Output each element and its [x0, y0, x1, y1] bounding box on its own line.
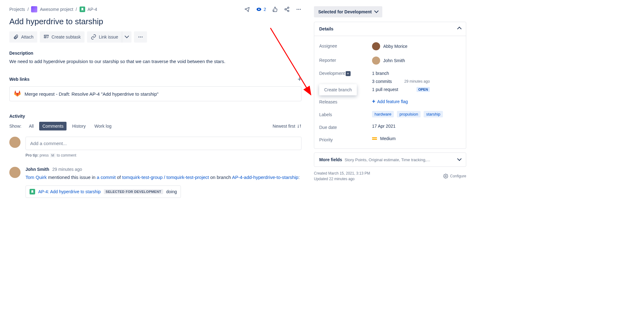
dev-pr-status: OPEN [416, 87, 430, 92]
configure-button[interactable]: Configure [443, 171, 466, 181]
breadcrumb: Projects / Awesome project / AP-4 [9, 6, 97, 12]
comment-author[interactable]: John Smith [25, 167, 49, 172]
watchers-button[interactable]: 2 [256, 7, 266, 12]
comment-time: 29 minutes ago [52, 167, 82, 172]
svg-point-9 [300, 9, 301, 10]
tab-comments[interactable]: Comments [39, 122, 67, 130]
labels-value[interactable]: hardware propulsion starship [372, 111, 461, 117]
toolbar-more-button[interactable] [134, 31, 147, 43]
description-label: Description [9, 51, 301, 56]
reporter-label: Reporter [319, 57, 372, 63]
reference-status: SELECTED FOR DEVELOPMENT [104, 189, 163, 194]
issue-type-story-icon [80, 7, 85, 12]
reporter-value[interactable]: John Smith [372, 57, 461, 65]
svg-point-15 [445, 176, 446, 177]
label-chip[interactable]: starship [424, 111, 443, 117]
svg-point-6 [288, 10, 289, 12]
label-chip[interactable]: hardware [372, 111, 394, 117]
due-date-value[interactable]: 17 Apr 2021 [372, 124, 461, 129]
svg-rect-11 [44, 37, 46, 38]
svg-point-4 [288, 7, 289, 9]
svg-point-12 [138, 37, 139, 38]
activity-label: Activity [9, 114, 301, 119]
priority-medium-icon [372, 137, 377, 140]
attach-button[interactable]: Attach [9, 31, 37, 43]
comment-link-commit[interactable]: a commit [97, 175, 116, 180]
assignee-value[interactable]: Abby Morice [372, 42, 461, 50]
weblink-item[interactable]: Merge request - Draft: Resolve AP-4 "Add… [9, 86, 301, 101]
svg-point-8 [298, 9, 299, 10]
tab-all[interactable]: All [26, 122, 37, 130]
priority-label: Priority [319, 136, 372, 142]
show-label: Show: [9, 124, 21, 129]
watchers-count: 2 [264, 7, 266, 12]
svg-point-13 [140, 37, 141, 38]
breadcrumb-issue-key[interactable]: AP-4 [88, 7, 97, 12]
current-user-avatar [9, 137, 21, 148]
description-text[interactable]: We need to add hyperdrive propulsion to … [9, 58, 301, 65]
sort-button[interactable]: Newest first [273, 124, 301, 129]
priority-value[interactable]: Medium [372, 136, 461, 141]
development-add-button[interactable]: + [346, 71, 351, 76]
releases-label: Releases [319, 98, 372, 104]
svg-point-3 [258, 9, 260, 10]
svg-point-5 [285, 9, 286, 10]
dev-branches[interactable]: 1 branch [372, 71, 389, 76]
comment-text: Tom Quirk mentioned this issue in a comm… [25, 174, 301, 181]
link-issue-dropdown[interactable] [122, 31, 131, 43]
comment-link-person[interactable]: Tom Quirk [25, 175, 47, 180]
gitlab-icon [14, 90, 21, 97]
updated-timestamp: Updated 22 minutes ago [314, 177, 370, 181]
add-weblink-button[interactable]: + [297, 76, 301, 83]
status-dropdown[interactable]: Selected for Development [314, 6, 382, 17]
details-panel-header[interactable]: Details [314, 22, 466, 36]
dev-commits-time: 29 minutes ago [404, 79, 430, 84]
assignee-avatar [372, 42, 380, 50]
due-date-label: Due date [319, 124, 372, 130]
comment-input[interactable]: Add a comment... [25, 137, 301, 150]
project-avatar-icon [31, 6, 37, 12]
comment-link-repo[interactable]: tomquirk-test-group / tomquirk-test-proj… [122, 175, 209, 180]
more-fields-panel[interactable]: More fields Story Points, Original estim… [314, 153, 466, 167]
chevron-down-icon [375, 9, 378, 14]
more-actions-icon[interactable] [296, 7, 301, 12]
svg-rect-10 [44, 35, 48, 36]
created-timestamp: Created March 15, 2021, 3:13 PM [314, 171, 370, 176]
reference-card[interactable]: AP-4: Add hyperdrive to starship SELECTE… [25, 185, 181, 198]
issue-title[interactable]: Add hyperdrive to starship [9, 17, 301, 26]
create-subtask-button[interactable]: Create subtask [40, 31, 85, 43]
reporter-avatar [372, 57, 380, 65]
breadcrumb-projects[interactable]: Projects [9, 7, 25, 12]
tab-worklog[interactable]: Work log [91, 122, 115, 130]
dev-commits[interactable]: 3 commits [372, 79, 392, 84]
tab-history[interactable]: History [69, 122, 89, 130]
link-issue-button[interactable]: Link issue [87, 31, 122, 43]
dev-pull-requests[interactable]: 1 pull request [372, 87, 398, 92]
development-label: Development+ Create branch [319, 71, 372, 76]
pro-tip: Pro tip: press M to comment [25, 153, 301, 157]
reference-issue-key: AP-4: Add hyperdrive to starship [38, 189, 101, 194]
thumbs-up-icon[interactable] [272, 7, 278, 12]
chevron-up-icon [458, 26, 461, 31]
assignee-label: Assignee [319, 42, 372, 48]
svg-point-14 [142, 37, 143, 38]
comment-author-avatar [9, 167, 21, 178]
breadcrumb-project-name[interactable]: Awesome project [40, 7, 73, 12]
reference-trailing: doing [166, 189, 177, 194]
weblinks-label: Web links [9, 77, 30, 82]
gear-icon [443, 174, 448, 179]
share-icon[interactable] [284, 7, 290, 12]
chevron-down-icon [458, 157, 461, 162]
comment-link-branch[interactable]: AP-4-add-hyperdrive-to-starship [232, 175, 298, 180]
issue-type-story-icon [30, 189, 35, 194]
feedback-icon[interactable] [244, 7, 250, 12]
svg-point-7 [297, 9, 297, 10]
weblink-item-text: Merge request - Draft: Resolve AP-4 "Add… [25, 91, 159, 97]
labels-label: Labels [319, 111, 372, 117]
add-feature-flag-button[interactable]: + Add feature flag [372, 98, 408, 105]
label-chip[interactable]: propulsion [397, 111, 421, 117]
create-branch-popover[interactable]: Create branch [319, 84, 357, 95]
